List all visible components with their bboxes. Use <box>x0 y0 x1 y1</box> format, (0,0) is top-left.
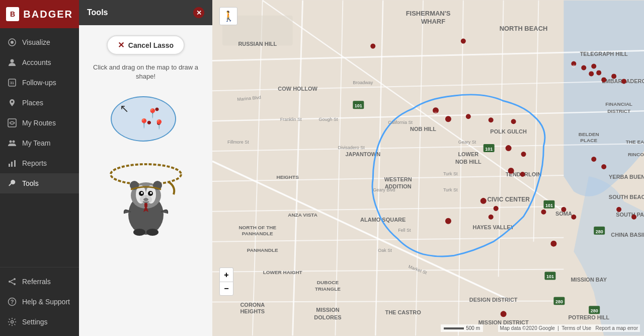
svg-text:📍: 📍 <box>147 108 158 119</box>
svg-text:280: 280 <box>555 299 563 304</box>
reports-label: Reports <box>22 159 47 167</box>
places-icon <box>7 98 17 108</box>
help-label: Help & Support <box>22 298 70 306</box>
svg-point-14 <box>14 283 16 285</box>
svg-text:THE CASTRO: THE CASTRO <box>385 309 421 315</box>
lasso-instruction: Click and drag on the map to draw a shap… <box>87 63 204 81</box>
svg-text:SOUTH PARK: SOUTH PARK <box>616 212 644 218</box>
svg-text:Divisadero St: Divisadero St <box>338 145 365 150</box>
zoom-out-button[interactable]: − <box>219 282 233 296</box>
map-container[interactable]: FISHERMAN'S WHARF NORTH BEACH RUSSIAN HI… <box>212 0 644 336</box>
svg-text:101: 101 <box>485 147 493 152</box>
settings-icon <box>7 317 17 327</box>
svg-text:HEIGHTS: HEIGHTS <box>276 174 299 180</box>
svg-text:NORTH OF THE: NORTH OF THE <box>238 225 276 230</box>
svg-text:Turk St: Turk St <box>443 171 458 176</box>
svg-point-1 <box>11 41 14 44</box>
svg-text:MISSION BAY: MISSION BAY <box>571 277 607 283</box>
svg-point-13 <box>9 281 11 283</box>
badger-mascot <box>101 152 191 242</box>
sidebar-item-my-routes[interactable]: My Routes <box>0 113 79 133</box>
svg-text:YERBA BUENA: YERBA BUENA <box>609 174 644 180</box>
sidebar-bottom: Referrals ? Help & Support Settings <box>0 267 79 336</box>
svg-point-31 <box>150 192 152 194</box>
logo-container: B BADGER <box>0 0 79 28</box>
report-error[interactable]: Report a map error <box>596 325 638 331</box>
sidebar-item-tools[interactable]: Tools <box>0 173 79 193</box>
svg-text:31: 31 <box>10 81 14 85</box>
tools-header: Tools ✕ <box>79 0 212 25</box>
sidebar-item-referrals[interactable]: Referrals <box>0 272 79 292</box>
svg-text:CHINA BASIN: CHINA BASIN <box>611 232 644 238</box>
visualize-label: Visualize <box>22 38 50 46</box>
badger-svg <box>103 154 189 240</box>
svg-text:DUBOCE: DUBOCE <box>317 280 339 285</box>
sidebar-item-follow-ups[interactable]: 31 Follow-ups <box>0 73 79 93</box>
reports-icon <box>7 158 17 168</box>
tools-title: Tools <box>87 8 108 17</box>
scale-bar: 500 m <box>441 324 483 332</box>
svg-text:Fell St: Fell St <box>398 228 411 233</box>
svg-text:PLACE: PLACE <box>580 138 597 143</box>
svg-text:BELDEN: BELDEN <box>579 131 599 137</box>
svg-point-30 <box>141 192 143 194</box>
sidebar-item-my-team[interactable]: My Team <box>0 133 79 153</box>
settings-label: Settings <box>22 318 48 326</box>
places-label: Places <box>22 99 43 107</box>
followups-label: Follow-ups <box>22 79 56 87</box>
svg-text:FINANCIAL: FINANCIAL <box>605 101 632 107</box>
svg-text:CORONA: CORONA <box>240 302 265 308</box>
svg-point-12 <box>14 278 16 280</box>
svg-text:101: 101 <box>545 203 553 208</box>
svg-text:Franklin St: Franklin St <box>280 117 302 122</box>
sidebar-item-settings[interactable]: Settings <box>0 312 79 332</box>
svg-text:HAYES VALLEY: HAYES VALLEY <box>473 224 515 230</box>
svg-text:POLK GULCH: POLK GULCH <box>490 128 527 135</box>
svg-text:PANHANDLE: PANHANDLE <box>247 247 278 253</box>
zoom-controls: + − <box>219 267 233 296</box>
cursor-icon: ↖ <box>120 102 129 115</box>
svg-text:PANHANDLE: PANHANDLE <box>242 231 273 236</box>
referrals-icon <box>7 277 17 287</box>
sidebar-item-accounts[interactable]: Accounts <box>0 52 79 73</box>
svg-point-7 <box>10 141 12 143</box>
cancel-lasso-button[interactable]: ✕ Cancel Lasso <box>107 35 185 55</box>
svg-point-8 <box>13 141 15 143</box>
lasso-pins-svg: 📍 📍 📍 <box>106 91 186 147</box>
accounts-label: Accounts <box>22 58 51 66</box>
svg-point-107 <box>572 64 575 68</box>
cancel-lasso-label: Cancel Lasso <box>128 41 174 49</box>
sidebar-item-places[interactable]: Places <box>0 93 79 113</box>
svg-text:FISHERMAN'S: FISHERMAN'S <box>406 10 451 17</box>
pegman-icon: 🚶 <box>222 10 235 22</box>
svg-point-108 <box>434 112 437 115</box>
tools-content: ✕ Cancel Lasso Click and drag on the map… <box>79 25 212 252</box>
svg-text:📍: 📍 <box>138 118 150 129</box>
svg-point-5 <box>11 101 13 103</box>
svg-text:?: ? <box>11 299 14 305</box>
sidebar: B BADGER Visualize Accounts 31 Follow-up… <box>0 0 79 336</box>
svg-text:POTRERO HILL: POTRERO HILL <box>568 314 609 320</box>
svg-text:Geary Blvd: Geary Blvd <box>373 187 395 192</box>
svg-text:DOLORES: DOLORES <box>314 314 341 320</box>
svg-rect-10 <box>11 162 13 167</box>
terms-of-use[interactable]: Terms of Use <box>561 325 591 331</box>
my-routes-label: My Routes <box>22 119 56 127</box>
sidebar-item-visualize[interactable]: Visualize <box>0 32 79 52</box>
svg-text:280: 280 <box>596 229 603 234</box>
lasso-illustration: ↖ 📍 📍 📍 <box>106 91 186 147</box>
pegman-button[interactable]: 🚶 <box>219 7 237 25</box>
svg-text:ANZA VISTA: ANZA VISTA <box>288 212 317 218</box>
my-team-label: My Team <box>22 139 51 147</box>
sidebar-item-reports[interactable]: Reports <box>0 153 79 173</box>
map-bg: FISHERMAN'S WHARF NORTH BEACH RUSSIAN HI… <box>212 0 644 336</box>
accounts-icon <box>7 57 17 68</box>
sidebar-item-help[interactable]: ? Help & Support <box>0 292 79 312</box>
tools-close-button[interactable]: ✕ <box>193 7 204 18</box>
svg-text:CIVIC CENTER: CIVIC CENTER <box>487 196 530 203</box>
zoom-in-button[interactable]: + <box>219 267 233 282</box>
cancel-x-icon: ✕ <box>118 40 124 50</box>
svg-text:280: 280 <box>591 308 598 313</box>
svg-point-19 <box>11 321 14 323</box>
followups-icon: 31 <box>7 78 17 88</box>
